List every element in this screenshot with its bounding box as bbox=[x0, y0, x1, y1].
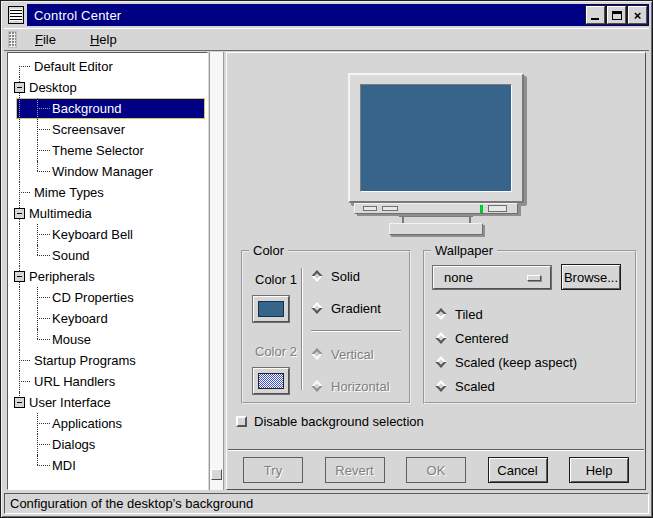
wallpaper-layout-radio[interactable]: Scaled (keep aspect) bbox=[435, 352, 577, 372]
tree-item[interactable]: Desktop bbox=[8, 77, 207, 98]
tree-line bbox=[19, 224, 20, 245]
wallpaper-frame-title: Wallpaper bbox=[431, 243, 497, 258]
radio-diamond-icon bbox=[311, 270, 322, 281]
tree-item-label: Default Editor bbox=[34, 59, 113, 74]
tree-item-label: Startup Programs bbox=[34, 353, 136, 368]
radio-diamond-icon bbox=[311, 302, 322, 313]
tree-item[interactable]: Screensaver bbox=[8, 119, 207, 140]
tree-line bbox=[19, 329, 20, 350]
tree-item[interactable]: Window Manager bbox=[8, 161, 207, 182]
tree-item[interactable]: Multimedia bbox=[8, 203, 207, 224]
wallpaper-dropdown-value: none bbox=[434, 270, 527, 285]
browse-button[interactable]: Browse... bbox=[561, 264, 621, 290]
option-menu-indicator-icon bbox=[527, 275, 541, 281]
menu-item[interactable]: Help bbox=[82, 30, 125, 49]
tree-item[interactable]: URL Handlers bbox=[8, 371, 207, 392]
tree-item-label: Dialogs bbox=[52, 437, 95, 452]
radio-diamond-icon bbox=[435, 308, 446, 319]
pane-divider-handle[interactable] bbox=[211, 469, 222, 480]
tree-item[interactable]: User Interface bbox=[8, 392, 207, 413]
tree-item-label: URL Handlers bbox=[34, 374, 115, 389]
tree-line bbox=[19, 98, 20, 119]
maximize-button[interactable] bbox=[607, 6, 626, 24]
radio-diamond-icon bbox=[435, 332, 446, 343]
menu-item[interactable]: File bbox=[27, 30, 64, 49]
radio-diamond-icon bbox=[435, 356, 446, 367]
fill-option-radio[interactable]: Gradient bbox=[311, 298, 401, 318]
monitor-control-strip bbox=[354, 203, 518, 214]
close-icon: × bbox=[634, 9, 642, 22]
tree-item[interactable]: Mouse bbox=[8, 329, 207, 350]
menubar-grip-handle[interactable] bbox=[8, 31, 17, 48]
radio-diamond-icon bbox=[435, 380, 446, 391]
tree-item-label: Desktop bbox=[29, 80, 77, 95]
divider bbox=[311, 330, 401, 332]
tree-item-label: Sound bbox=[52, 248, 90, 263]
wallpaper-layout-radio[interactable]: Centered bbox=[435, 328, 577, 348]
action-button[interactable]: Revert bbox=[325, 457, 385, 483]
status-bar: Configuration of the desktop’s backgroun… bbox=[4, 493, 649, 514]
wallpaper-dropdown[interactable]: none bbox=[433, 266, 551, 289]
status-text: Configuration of the desktop’s backgroun… bbox=[10, 496, 253, 511]
tree-expander-icon[interactable] bbox=[14, 82, 25, 93]
tree-item-label: Window Manager bbox=[52, 164, 153, 179]
control-center-window: Control Center × FileHelp Default Editor bbox=[0, 0, 653, 518]
tree-item[interactable]: Mime Types bbox=[8, 182, 207, 203]
tree-item[interactable]: Startup Programs bbox=[8, 350, 207, 371]
action-button[interactable]: Try bbox=[243, 457, 303, 483]
color1-picker-button[interactable] bbox=[253, 296, 289, 322]
tree-item[interactable]: MDI bbox=[8, 455, 207, 476]
tree-item[interactable]: Sound bbox=[8, 245, 207, 266]
tree-item[interactable]: Background bbox=[8, 98, 207, 119]
action-button[interactable]: Help bbox=[569, 457, 629, 483]
tree-item-label: Screensaver bbox=[52, 122, 125, 137]
close-button[interactable]: × bbox=[628, 6, 647, 24]
tree-item[interactable]: Theme Selector bbox=[8, 140, 207, 161]
color-frame: Color Color 1 Color 2 bbox=[241, 250, 411, 404]
capplet-tree[interactable]: Default Editor Desktop Background bbox=[7, 52, 208, 490]
tree-expander-icon[interactable] bbox=[14, 208, 25, 219]
tree-line bbox=[19, 161, 20, 182]
tree-line bbox=[19, 140, 20, 161]
tree-item[interactable]: Peripherals bbox=[8, 266, 207, 287]
tree-item[interactable]: Keyboard Bell bbox=[8, 224, 207, 245]
tree-item[interactable]: Applications bbox=[8, 413, 207, 434]
tree-line bbox=[37, 329, 38, 339]
tree-expander-icon[interactable] bbox=[14, 271, 25, 282]
color2-swatch bbox=[258, 373, 284, 389]
tree-item-label: CD Properties bbox=[52, 290, 134, 305]
wallpaper-layout-radio[interactable]: Tiled bbox=[435, 304, 577, 324]
disable-background-checkbox-row[interactable]: Disable background selection bbox=[236, 414, 424, 429]
monitor-screen-preview bbox=[360, 84, 512, 192]
pane-divider[interactable] bbox=[209, 52, 224, 490]
wallpaper-frame: Wallpaper none Browse... Tiled bbox=[423, 250, 637, 404]
tree-expander-icon[interactable] bbox=[14, 397, 25, 408]
background-capplet-panel: Color Color 1 Color 2 bbox=[226, 52, 646, 490]
titlebar[interactable]: Control Center × bbox=[4, 4, 649, 26]
action-button[interactable]: Cancel bbox=[488, 457, 548, 483]
tree-item[interactable]: Dialogs bbox=[8, 434, 207, 455]
fill-option-radio[interactable]: Solid bbox=[311, 266, 401, 286]
checkbox-icon[interactable] bbox=[236, 416, 247, 427]
orientation-option-radio[interactable]: Horizontal bbox=[311, 376, 401, 396]
tree-item[interactable]: CD Properties bbox=[8, 287, 207, 308]
color2-picker-button[interactable] bbox=[253, 368, 289, 394]
orientation-option-radio[interactable]: Vertical bbox=[311, 344, 401, 364]
maximize-icon bbox=[612, 11, 622, 20]
tree-item[interactable]: Default Editor bbox=[8, 56, 207, 77]
tree-item[interactable]: Keyboard bbox=[8, 308, 207, 329]
power-led bbox=[480, 205, 483, 213]
tree-item-label: Keyboard Bell bbox=[52, 227, 133, 242]
tree-item-label: Keyboard bbox=[52, 311, 108, 326]
color1-label: Color 1 bbox=[255, 272, 297, 287]
window-menu-button[interactable] bbox=[4, 4, 27, 26]
tree-item-label: Mime Types bbox=[34, 185, 104, 200]
titlebar-drag-area[interactable]: Control Center × bbox=[27, 4, 649, 26]
tree-line bbox=[19, 119, 20, 140]
action-button[interactable]: OK bbox=[406, 457, 466, 483]
radio-diamond-icon bbox=[311, 348, 322, 359]
minimize-button[interactable] bbox=[586, 6, 605, 24]
radio-diamond-icon bbox=[311, 380, 322, 391]
wallpaper-layout-radio[interactable]: Scaled bbox=[435, 376, 577, 396]
tree-line bbox=[19, 66, 20, 77]
